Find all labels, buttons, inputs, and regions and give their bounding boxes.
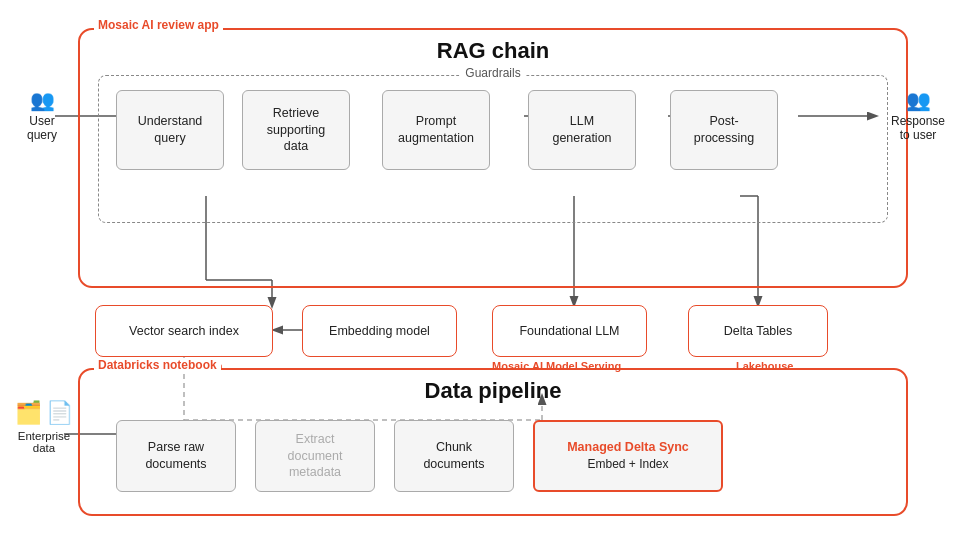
rag-outer-label: Mosaic AI review app — [94, 18, 223, 32]
response-user-label: 👥 Responseto user — [880, 88, 956, 142]
dp-outer-box: Databricks notebook Data pipeline Parse … — [78, 368, 908, 516]
main-diagram: 👥 User query Mosaic AI review app RAG ch… — [0, 0, 960, 540]
dp-title: Data pipeline — [80, 378, 906, 404]
dp-step-managed: Managed Delta Sync Embed + Index — [533, 420, 723, 492]
enterprise-data-label: 🗂️ 📄 Enterprisedata — [14, 400, 74, 454]
rag-outer-box: Mosaic AI review app RAG chain Guardrail… — [78, 28, 908, 288]
rag-step-post: Post-processing — [670, 90, 778, 170]
rag-step-prompt: Promptaugmentation — [382, 90, 490, 170]
dp-outer-label: Databricks notebook — [94, 358, 221, 372]
rag-title: RAG chain — [80, 38, 906, 64]
dp-step-parse: Parse rawdocuments — [116, 420, 236, 492]
rag-step-understand: Understandquery — [116, 90, 224, 170]
rag-step-retrieve: Retrievesupportingdata — [242, 90, 350, 170]
delta-tables-box: Delta Tables — [688, 305, 828, 357]
vector-search-box: Vector search index — [95, 305, 273, 357]
dp-step-extract: Extractdocumentmetadata — [255, 420, 375, 492]
dp-step-chunk: Chunkdocuments — [394, 420, 514, 492]
user-icon: 👥 — [14, 88, 70, 112]
embedding-box: Embedding model — [302, 305, 457, 357]
user-query-label: 👥 User query — [14, 88, 70, 142]
managed-sub: Embed + Index — [567, 456, 689, 472]
enterprise-file-icon: 📄 — [46, 400, 73, 426]
managed-title: Managed Delta Sync — [567, 439, 689, 456]
foundational-llm-box: Foundational LLM — [492, 305, 647, 357]
rag-step-llm: LLMgeneration — [528, 90, 636, 170]
enterprise-doc-icon: 🗂️ — [15, 400, 42, 426]
guardrails-label: Guardrails — [459, 66, 526, 80]
